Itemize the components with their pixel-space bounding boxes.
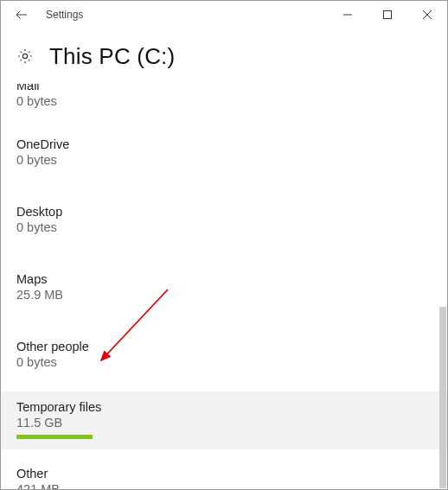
item-size: 0 bytes — [16, 220, 432, 234]
item-name: Temporary files — [16, 400, 432, 414]
item-size: 0 bytes — [16, 153, 432, 167]
storage-list: Mail 0 bytes OneDrive 0 bytes Desktop 0 … — [1, 84, 447, 489]
gear-icon — [16, 48, 34, 65]
page-title: This PC (C:) — [49, 43, 175, 70]
close-button[interactable] — [407, 1, 447, 29]
titlebar: Settings — [1, 1, 447, 29]
back-arrow-icon — [14, 7, 29, 22]
page-header: This PC (C:) — [1, 29, 447, 84]
scrollbar-thumb[interactable] — [439, 307, 446, 488]
item-name: Maps — [16, 272, 432, 286]
item-size: 0 bytes — [16, 355, 432, 369]
item-size: 25.9 MB — [16, 288, 432, 302]
storage-item-other[interactable]: Other 421 MB — [1, 458, 447, 489]
maximize-button[interactable] — [368, 1, 407, 29]
scrollbar[interactable] — [439, 84, 446, 489]
storage-item-temporary-files[interactable]: Temporary files 11.5 GB — [1, 391, 447, 449]
usage-bar — [16, 435, 93, 439]
item-name: OneDrive — [16, 137, 432, 151]
back-button[interactable] — [1, 1, 42, 29]
titlebar-label: Settings — [46, 9, 83, 21]
item-size: 11.5 GB — [16, 416, 432, 430]
item-name: Other people — [16, 340, 432, 353]
minimize-icon — [343, 10, 352, 19]
minimize-button[interactable] — [328, 1, 368, 29]
storage-item-onedrive[interactable]: OneDrive 0 bytes — [1, 129, 447, 177]
close-icon — [423, 10, 432, 19]
storage-item-other-people[interactable]: Other people 0 bytes — [1, 331, 447, 379]
item-name: Other — [16, 467, 432, 480]
item-size: 0 bytes — [16, 94, 432, 108]
storage-item-mail[interactable]: Mail 0 bytes — [1, 84, 447, 110]
maximize-icon — [383, 10, 392, 19]
item-size: 421 MB — [16, 482, 432, 489]
storage-item-desktop[interactable]: Desktop 0 bytes — [1, 196, 447, 245]
storage-item-maps[interactable]: Maps 25.9 MB — [1, 264, 447, 312]
svg-point-1 — [22, 54, 27, 58]
svg-rect-0 — [384, 11, 392, 19]
item-name: Desktop — [16, 205, 432, 219]
item-name: Mail — [16, 84, 432, 92]
